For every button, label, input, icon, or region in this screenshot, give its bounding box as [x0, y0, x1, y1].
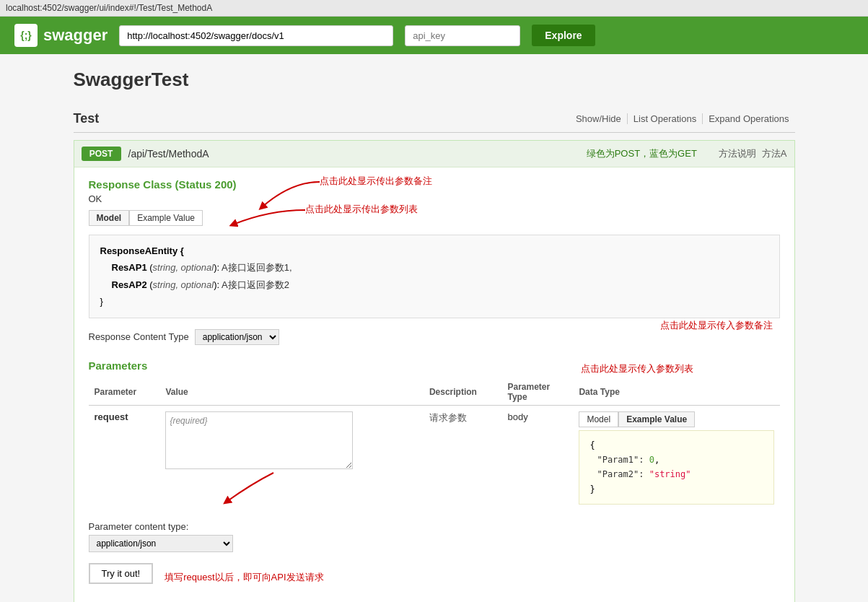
- endpoint-detail-methodA: Response Class (Status 200) 点击此处显示传出参数备注…: [74, 167, 794, 602]
- endpoint-methodA: POST /api/Test/MethodA 绿色为POST，蓝色为GET 方法…: [74, 140, 795, 602]
- field2-type: string, optional: [153, 279, 214, 290]
- model-tabs: Model Example Value: [89, 210, 780, 226]
- col-param-type: ParameterType: [502, 379, 574, 406]
- param-content-type-label: Parameter content type:: [89, 521, 780, 532]
- tab-model[interactable]: Model: [89, 210, 130, 226]
- table-row: request {required}: [89, 405, 780, 510]
- expand-operations-link[interactable]: Expand Operations: [703, 113, 794, 124]
- try-it-section: Try it out! 填写request以后，即可向API发送请求: [89, 563, 780, 591]
- header: {;} swagger Explore: [0, 17, 868, 54]
- annotation-response-class: 点击此处显示传出参数备注: [320, 175, 432, 188]
- field1-type: string, optional: [153, 262, 214, 273]
- col-value: Value: [159, 379, 423, 406]
- field2-desc: A接口返回参数2: [222, 279, 289, 290]
- col-description: Description: [424, 379, 502, 406]
- list-operations-link[interactable]: List Operations: [628, 113, 703, 124]
- param-description: 请求参数: [424, 405, 502, 510]
- field1-desc: A接口返回参数1,: [222, 262, 292, 273]
- swagger-logo-text: swagger: [43, 26, 108, 45]
- api-key-input[interactable]: [405, 25, 520, 46]
- data-type-tabs: Model Example Value: [579, 411, 773, 427]
- param-name: request: [89, 405, 160, 510]
- endpoint-path-methodA: /api/Test/MethodA: [128, 148, 579, 160]
- show-hide-link[interactable]: Show/Hide: [570, 113, 628, 124]
- data-example-tab[interactable]: Example Value: [618, 411, 695, 427]
- col-data-type: Data Type: [573, 379, 779, 406]
- api-section-header: Test Show/Hide List Operations Expand Op…: [74, 105, 795, 133]
- annotation-right2: 点击此处显示传入参数列表: [581, 362, 693, 375]
- test-api-section: Test Show/Hide List Operations Expand Op…: [74, 105, 795, 602]
- response-ok: OK: [89, 193, 780, 204]
- endpoint-desc-label: 方法说明: [719, 147, 756, 160]
- model-content: ResponseAEntity { ResAP1 (string, option…: [89, 235, 780, 318]
- data-model-tab[interactable]: Model: [579, 411, 618, 427]
- arrow-model: [226, 206, 312, 235]
- api-section-links: Show/Hide List Operations Expand Operati…: [570, 113, 795, 124]
- explore-button[interactable]: Explore: [532, 25, 595, 46]
- response-content-type-label: Response Content Type: [89, 331, 189, 342]
- annotation-right1: 点击此处显示传入参数备注: [660, 319, 773, 332]
- page-title: SwaggerTest: [74, 69, 795, 91]
- response-class-title[interactable]: Response Class (Status 200): [89, 178, 780, 191]
- endpoint-desc-value: 方法A: [762, 147, 787, 160]
- entity-close: }: [100, 296, 103, 307]
- api-section-title: Test: [74, 111, 100, 126]
- example-value-box[interactable]: { "Param1": 0, "Param2": "string" }: [579, 430, 773, 505]
- param-content-type: Parameter content type: application/json: [89, 521, 780, 552]
- param-value-cell: {required}: [159, 405, 423, 510]
- params-table: Parameter Value Description ParameterTyp…: [89, 379, 780, 511]
- endpoint-methodA-header[interactable]: POST /api/Test/MethodA 绿色为POST，蓝色为GET 方法…: [74, 141, 794, 167]
- annotation-model-arrow: 点击此处显示传出参数列表: [305, 203, 418, 216]
- address-bar: localhost:4502/swagger/ui/index#!/Test/T…: [0, 0, 868, 17]
- param-type: body: [502, 405, 574, 510]
- arrow-textarea: [223, 469, 281, 505]
- parameters-section: Parameters Parameter Value Description P…: [89, 359, 780, 592]
- try-it-button[interactable]: Try it out!: [89, 563, 154, 584]
- param-content-type-select[interactable]: application/json: [89, 535, 233, 552]
- data-type-cell: Model Example Value { "Param1": 0, "Para…: [573, 405, 779, 510]
- field2-name: ResAP2: [112, 279, 147, 290]
- api-url-input[interactable]: [119, 25, 393, 46]
- response-content-type-select[interactable]: application/json: [195, 329, 279, 345]
- entity-name: ResponseAEntity {: [100, 245, 184, 256]
- try-it-annotation: 填写request以后，即可向API发送请求: [165, 571, 323, 584]
- method-annotation: 绿色为POST，蓝色为GET: [587, 147, 697, 160]
- method-badge-post: POST: [82, 147, 121, 161]
- swagger-logo: {;} swagger: [14, 24, 108, 47]
- field1-name: ResAP1: [112, 262, 147, 273]
- tab-example-value[interactable]: Example Value: [129, 210, 203, 226]
- address-url: localhost:4502/swagger/ui/index#!/Test/T…: [6, 3, 212, 13]
- main-content: SwaggerTest Test Show/Hide List Operatio…: [52, 54, 817, 602]
- swagger-logo-icon: {;}: [14, 24, 38, 47]
- col-parameter: Parameter: [89, 379, 160, 406]
- param-required: {required}: [170, 416, 207, 426]
